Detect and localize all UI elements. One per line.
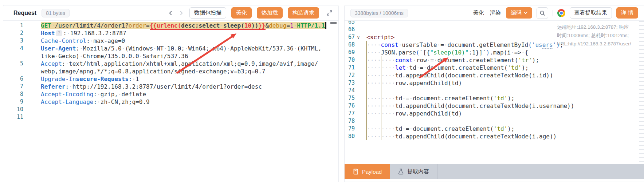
line-number: 66 — [345, 26, 355, 33]
line-number: 79 — [345, 125, 355, 133]
line-number: 5 — [3, 60, 23, 68]
chrome-icon-center — [559, 11, 564, 15]
code-line[interactable]: 2Host?:·192.168.3.2:8787 — [3, 29, 338, 37]
code-text: ········const·row·=·document.createEleme… — [362, 56, 539, 64]
response-beautify-button[interactable]: 美化 — [472, 8, 485, 18]
code-line[interactable]: 78 — [345, 117, 644, 125]
code-line[interactable]: 75········td·=·document.createElement('t… — [345, 94, 644, 102]
code-line[interactable]: 7Referer:·http://192.168.3.2:8787/user/l… — [3, 83, 338, 90]
tab-extract-label: 提取内容 — [407, 168, 429, 175]
code-line[interactable]: 80········td.appendChild(document.create… — [345, 133, 644, 140]
code-line[interactable]: 8Accept-Encoding:·gzip,·deflate — [3, 90, 338, 98]
chevron-right-icon — [179, 11, 184, 16]
fold-gutter — [355, 110, 362, 117]
code-text: Cache-Control:·max-age=0 — [23, 37, 125, 45]
tab-extract-content[interactable]: 提取内容 — [390, 164, 437, 179]
code-text: webp,image/apng,*/*;q=0.8,application/si… — [23, 68, 266, 75]
code-line[interactable]: 4User-Agent:·Mozilla/5.0·(Windows·NT·10.… — [3, 45, 338, 52]
fold-gutter — [355, 56, 362, 64]
minimap[interactable] — [639, 21, 644, 164]
code-text: GET·/user/limit/4/order1?order={{urlenc(… — [23, 22, 326, 29]
request-editor[interactable]: 1GET·/user/limit/4/order1?order={{urlenc… — [3, 21, 338, 182]
code-line[interactable]: 1GET·/user/limit/4/order1?order={{urlenc… — [3, 22, 338, 29]
line-number: 76 — [345, 102, 355, 110]
hot-reload-button[interactable]: 热加载 — [257, 7, 283, 19]
code-text: ········td.appendChild(document.createTe… — [362, 102, 574, 110]
code-line[interactable]: 9Accept-Language:·zh-CN,zh;q=0.9 — [3, 98, 338, 106]
line-number: 4 — [3, 45, 23, 52]
code-line[interactable]: 5Accept:·text/html,application/xhtml+xml… — [3, 60, 338, 68]
code-text: ········td·=·document.createElement('td'… — [362, 125, 515, 133]
code-text: ········td.appendChild(document.createTe… — [362, 133, 557, 140]
code-line[interactable]: 6Upgrade-Insecure-Requests:·1 — [3, 75, 338, 83]
code-line[interactable]: 10 — [3, 106, 338, 113]
response-footer-tabs: Payload 提取内容 — [345, 164, 644, 179]
code-text: ····const·usersTable·=·document.getEleme… — [362, 41, 564, 49]
line-number: 77 — [345, 110, 355, 117]
fold-gutter — [355, 94, 362, 102]
expand-arrows-icon — [326, 10, 333, 16]
code-line[interactable]: 72········td.appendChild(document.create… — [345, 72, 644, 79]
fold-gutter — [355, 64, 362, 72]
line-number: 3 — [3, 37, 23, 45]
line-number: 80 — [345, 133, 355, 140]
code-text: ········row.appendChild(td) — [362, 110, 462, 117]
code-text: Accept:·text/html,application/xhtml+xml,… — [23, 60, 318, 68]
line-number: 67 — [345, 33, 355, 41]
beautify-button[interactable]: 美化 — [231, 7, 252, 19]
line-number: 70 — [345, 56, 355, 64]
line-number: 1 — [3, 22, 23, 29]
detail-button[interactable]: 详 情 — [616, 7, 638, 19]
view-extract-result-button[interactable]: 查看提取结果 — [570, 7, 612, 19]
line-number: 65 — [345, 21, 355, 26]
code-line[interactable]: 69····JSON.parse(`[{"sleep(10)":1}]`).ma… — [345, 49, 644, 56]
line-number: 74 — [345, 87, 355, 94]
packet-scan-button[interactable]: 数据包扫描 — [189, 7, 226, 19]
code-text: like·Gecko)·Chrome/135.0.0.0·Safari/537.… — [23, 52, 188, 60]
line-number: 73 — [345, 79, 355, 87]
tab-payload[interactable]: Payload — [345, 164, 390, 179]
encode-label: 编码 — [511, 9, 522, 16]
fold-gutter — [355, 125, 362, 133]
code-line[interactable]: 74 — [345, 87, 644, 94]
line-number — [3, 68, 23, 75]
build-request-button[interactable]: 构造请求 — [288, 7, 319, 19]
code-line[interactable]: 70········const·row·=·document.createEle… — [345, 56, 644, 64]
code-text — [362, 87, 381, 94]
history-prev-button[interactable] — [168, 11, 173, 16]
line-number: 8 — [3, 90, 23, 98]
request-toolbar: Request 81 bytes 数据包扫描 美化 热加载 构造请求 — [3, 5, 338, 21]
fold-gutter — [355, 49, 362, 56]
response-render-button[interactable]: 渲染 — [489, 8, 502, 18]
code-line[interactable]: 3Cache-Control:·max-age=0 — [3, 37, 338, 45]
fold-gutter — [355, 21, 362, 26]
line-number: 78 — [345, 117, 355, 125]
request-title: Request — [13, 10, 36, 16]
chrome-icon[interactable] — [557, 9, 565, 17]
highlighted-range: GET·/user/limit/4/order1?order={{urlenc(… — [41, 22, 326, 29]
code-line[interactable]: webp,image/apng,*/*;q=0.8,application/si… — [3, 68, 338, 75]
code-line[interactable]: 77········row.appendChild(td) — [345, 110, 644, 117]
code-line[interactable]: 79········td·=·document.createElement('t… — [345, 125, 644, 133]
fold-gutter — [355, 26, 362, 33]
line-number: 2 — [3, 29, 23, 37]
code-text — [23, 106, 41, 113]
code-line[interactable]: 11 — [3, 113, 338, 121]
search-button[interactable] — [537, 7, 548, 19]
line-number: 10 — [3, 106, 23, 113]
history-next-button[interactable] — [178, 11, 184, 16]
response-toolbar: 3388bytes / 10006ms 美化 渲染 编码 查看提取结果 详 情 — [345, 5, 644, 21]
book-icon — [353, 169, 359, 175]
code-text: ········row.appendChild(td) — [362, 79, 462, 87]
response-meta: 远端地址:192.168.3.2:8787; 响应 时间:10006ms; 总耗… — [557, 23, 640, 48]
encode-dropdown-button[interactable]: 编码 — [506, 7, 532, 19]
code-line[interactable]: 76········td.appendChild(document.create… — [345, 102, 644, 110]
line-number: 75 — [345, 94, 355, 102]
code-line[interactable]: 73········row.appendChild(td) — [345, 79, 644, 87]
code-line[interactable]: 71········let·td·=·document.createElemen… — [345, 64, 644, 72]
fold-chevron-icon[interactable]: ∨ — [355, 33, 362, 41]
code-line[interactable]: like·Gecko)·Chrome/135.0.0.0·Safari/537.… — [3, 52, 338, 60]
fullscreen-button[interactable] — [326, 10, 333, 16]
code-text: ····JSON.parse(`[{"sleep(10)":1}]`).map(… — [362, 49, 528, 56]
code-text — [362, 21, 366, 26]
